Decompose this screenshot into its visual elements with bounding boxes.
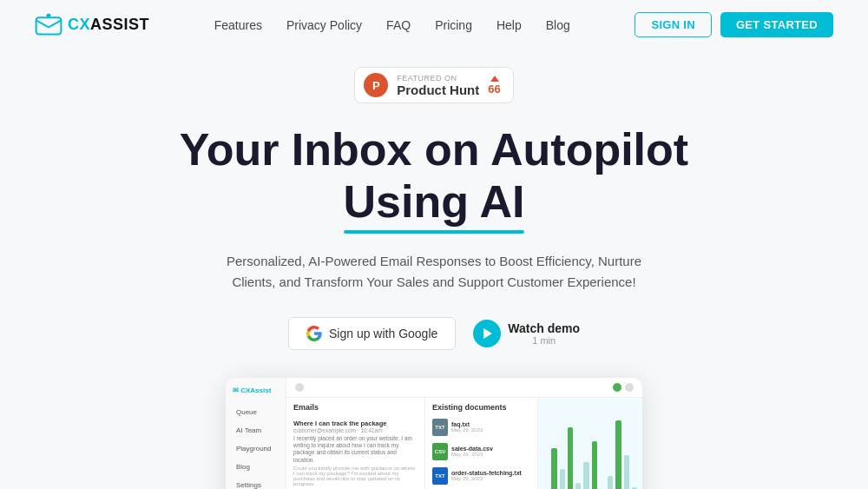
google-signup-label: Sign up with Google bbox=[329, 327, 437, 340]
email-subject-1: Where I can track the package bbox=[293, 420, 418, 427]
email-list-panel: Emails Where I can track the package cus… bbox=[286, 398, 425, 489]
nav-blog[interactable]: Blog bbox=[546, 18, 570, 32]
sidebar-item-queue[interactable]: Queue bbox=[231, 405, 280, 420]
hero-title-line2: Using AI bbox=[344, 176, 525, 228]
doc-name-faq: faq.txt bbox=[451, 421, 483, 427]
bar-3 bbox=[560, 469, 565, 489]
chart-bars bbox=[538, 398, 642, 489]
docs-panel-title: Existing documents bbox=[425, 403, 537, 415]
chart-area: Email marked for human reply ✕ bbox=[538, 398, 642, 489]
app-preview: ✉ CXAssist Queue AI Team Playground Blog… bbox=[226, 378, 642, 489]
ph-featured-on-label: FEATURED ON bbox=[397, 74, 479, 83]
doc-name-order: order-status-fetching.txt bbox=[451, 470, 522, 476]
play-icon bbox=[473, 320, 501, 347]
hero-subtitle: Personalized, AI-Powered Email Responses… bbox=[226, 251, 642, 293]
product-hunt-text: FEATURED ON Product Hunt bbox=[397, 74, 479, 97]
nav-faq[interactable]: FAQ bbox=[386, 18, 411, 32]
doc-name-sales: sales-data.csv bbox=[451, 446, 493, 452]
email-preview-1: I recently placed an order on your websi… bbox=[293, 435, 418, 465]
doc-icon-txt: TXT bbox=[432, 419, 448, 436]
doc-item-sales[interactable]: CSV sales-data.csv May 29, 2023 bbox=[425, 439, 537, 464]
nav-pricing[interactable]: Pricing bbox=[435, 18, 472, 32]
nav-links: Features Privacy Policy FAQ Pricing Help… bbox=[214, 17, 570, 33]
app-topbar bbox=[286, 378, 642, 398]
google-icon bbox=[306, 326, 322, 341]
ph-name-label: Product Hunt bbox=[397, 83, 479, 97]
bar-7 bbox=[592, 441, 597, 489]
bar-10 bbox=[615, 420, 621, 489]
watchdemo-label: Watch demo bbox=[508, 321, 580, 335]
ph-vote-count: 66 bbox=[488, 76, 500, 96]
nav-features[interactable]: Features bbox=[214, 18, 262, 32]
logo: CXASSIST bbox=[35, 13, 149, 37]
doc-item-faq[interactable]: TXT faq.txt May 29, 2023 bbox=[425, 415, 537, 439]
product-hunt-logo: P bbox=[364, 73, 388, 97]
sidebar-item-playground[interactable]: Playground bbox=[231, 441, 280, 456]
doc-icon-txt2: TXT bbox=[432, 467, 448, 485]
sidebar-item-blog[interactable]: Blog bbox=[231, 459, 280, 474]
doc-date-sales: May 29, 2023 bbox=[451, 452, 493, 457]
email-sender-1: customer@example.com · 10:41am bbox=[293, 427, 418, 433]
bar-9 bbox=[608, 476, 613, 489]
ph-count-number: 66 bbox=[488, 83, 500, 96]
hero-title-line1: Your Inbox on Autopilot bbox=[180, 124, 688, 175]
bar-11 bbox=[624, 455, 629, 489]
doc-item-order[interactable]: TXT order-status-fetching.txt May 29, 20… bbox=[425, 464, 537, 488]
topbar-status-icon bbox=[613, 383, 621, 392]
sidebar-item-aiteam[interactable]: AI Team bbox=[231, 423, 280, 438]
logo-text: CXASSIST bbox=[68, 16, 149, 34]
play-triangle-icon bbox=[483, 328, 492, 339]
hero-title: Your Inbox on Autopilot Using AI bbox=[180, 124, 688, 228]
doc-icon-csv: CSV bbox=[432, 443, 448, 460]
svg-rect-0 bbox=[36, 17, 62, 34]
sidebar-item-settings[interactable]: Settings bbox=[231, 478, 280, 489]
nav-privacy[interactable]: Privacy Policy bbox=[286, 18, 362, 32]
product-hunt-badge[interactable]: P FEATURED ON Product Hunt 66 bbox=[354, 67, 513, 103]
signin-button[interactable]: SIGN IN bbox=[635, 12, 712, 37]
app-logo-mini: ✉ CXAssist bbox=[231, 387, 280, 394]
bar-5 bbox=[575, 483, 581, 489]
hero-section: P FEATURED ON Product Hunt 66 Your Inbox… bbox=[0, 50, 868, 489]
watchdemo-duration: 1 min bbox=[508, 335, 580, 346]
docs-panel: Existing documents TXT faq.txt May 29, 2… bbox=[425, 398, 538, 489]
topbar-circle-icon bbox=[295, 383, 304, 392]
app-preview-wrapper: ✉ CXAssist Queue AI Team Playground Blog… bbox=[226, 378, 642, 489]
bar-2 bbox=[551, 448, 556, 489]
bar-6 bbox=[583, 462, 589, 489]
email-panel-title: Emails bbox=[286, 403, 424, 415]
app-main-area: Emails Where I can track the package cus… bbox=[286, 378, 642, 489]
doc-date-faq: May 29, 2023 bbox=[451, 427, 483, 433]
doc-date-order: May 29, 2023 bbox=[451, 476, 522, 481]
google-signup-button[interactable]: Sign up with Google bbox=[288, 317, 456, 350]
getstarted-button[interactable]: GET STARTED bbox=[720, 12, 833, 37]
topbar-avatar-icon bbox=[625, 383, 634, 392]
bar-4 bbox=[568, 427, 573, 489]
ph-arrow-icon bbox=[490, 76, 499, 82]
nav-actions: SIGN IN GET STARTED bbox=[635, 12, 833, 37]
app-sidebar: ✉ CXAssist Queue AI Team Playground Blog… bbox=[226, 378, 286, 489]
cta-row: Sign up with Google Watch demo 1 min bbox=[288, 317, 580, 350]
watch-demo-button[interactable]: Watch demo 1 min bbox=[473, 320, 580, 347]
navbar: CXASSIST Features Privacy Policy FAQ Pri… bbox=[0, 0, 868, 50]
email-item-1[interactable]: Where I can track the package customer@e… bbox=[286, 415, 424, 489]
app-body: Emails Where I can track the package cus… bbox=[286, 398, 642, 489]
nav-help[interactable]: Help bbox=[496, 18, 522, 32]
logo-icon bbox=[35, 13, 62, 37]
